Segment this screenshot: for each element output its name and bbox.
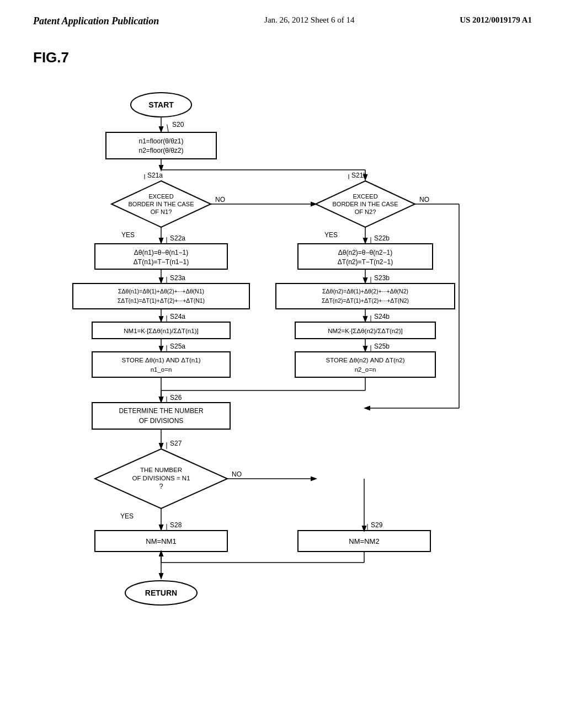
start-label: START — [148, 100, 174, 109]
s23a-box — [73, 283, 249, 309]
publication-date-sheet: Jan. 26, 2012 Sheet 6 of 14 — [264, 15, 354, 25]
s23b-text1: ΣΔθ(n2)=Δθ(1)+Δθ(2)+···+Δθ(N2) — [322, 288, 408, 295]
s27-text2: OF DIVISIONS = N1 — [132, 475, 190, 481]
publication-title: Patent Application Publication — [33, 15, 159, 27]
s25a-box — [92, 352, 230, 377]
s22a-text2: ΔT(n1)=T−T(n1−1) — [134, 258, 189, 266]
s25b-box — [295, 352, 435, 377]
s21a-text3: OF N1? — [151, 208, 172, 215]
s21a-yes: YES — [121, 231, 135, 239]
s21b-text3: OF N2? — [355, 208, 376, 215]
s21a-text2: BORDER IN THE CASE — [129, 201, 194, 207]
s24b-label: S24b — [374, 313, 390, 320]
s29-text: NM=NM2 — [349, 537, 379, 545]
s22b-text1: Δθ(n2)=θ−θ(n2−1) — [338, 249, 392, 256]
s26-text2: OF DIVISIONS — [139, 417, 184, 425]
s25b-label: S25b — [374, 342, 390, 350]
s27-yes: YES — [120, 512, 134, 520]
s23a-text1: ΣΔθ(n1)=Δθ(1)+Δθ(2)+···+Δθ(N1) — [118, 288, 204, 295]
page-header: Patent Application Publication Jan. 26, … — [0, 0, 565, 27]
s26-text1: DETERMINE THE NUMBER — [119, 407, 203, 415]
s27-text3: ? — [159, 482, 163, 490]
s20-box — [106, 132, 216, 159]
s28-text: NM=NM1 — [146, 537, 176, 545]
s24b-text: NM2=K·[ΣΔθ(n2)/ΣΔT(n2)] — [328, 328, 402, 334]
s22b-label: S22b — [374, 234, 390, 242]
return-text: RETURN — [145, 588, 177, 597]
flowchart-svg: START S20 n1=floor(θ/θz1) n2=floor(θ/θz2… — [40, 83, 525, 678]
s22a-label: S22a — [170, 234, 185, 242]
s21a-label: S21a — [147, 172, 163, 179]
s23b-box — [276, 283, 455, 309]
s21b-yes: YES — [324, 231, 338, 239]
publication-number: US 2012/0019179 A1 — [460, 15, 532, 25]
s21b-text2: BORDER IN THE CASE — [333, 201, 398, 207]
s27-label: S27 — [170, 440, 182, 447]
s21a-text1: EXCEED — [148, 193, 173, 200]
s27-text1: THE NUMBER — [140, 467, 182, 473]
s23b-text2: ΣΔT(n2)=ΔT(1)+ΔT(2)+···+ΔT(N2) — [322, 297, 409, 304]
s24a-label: S24a — [170, 313, 185, 320]
s21b-text1: EXCEED — [353, 193, 377, 200]
figure-label: FIG.7 — [33, 49, 532, 66]
s21b-label: S21b — [351, 172, 367, 179]
s25b-text2: n2_o=n — [355, 366, 376, 373]
main-content: FIG.7 START S20 n1=floor(θ/θz1) n2=floor… — [0, 27, 565, 700]
s23a-label: S23a — [170, 274, 185, 282]
s20-text2: n2=floor(θ/θz2) — [138, 147, 183, 154]
s25a-text1: STORE Δθ(n1) AND ΔT(n1) — [122, 357, 201, 363]
s20-text1: n1=floor(θ/θz1) — [138, 137, 183, 145]
s27-no: NO — [232, 470, 242, 478]
s23a-text2: ΣΔT(n1)=ΔT(1)+ΔT(2)+···+ΔT(N1) — [118, 297, 205, 304]
s23b-label: S23b — [374, 274, 390, 282]
s26-label: S26 — [170, 394, 182, 402]
s22a-text1: Δθ(n1)=θ−θ(n1−1) — [134, 249, 188, 256]
s25a-text2: n1_o=n — [151, 366, 172, 373]
s22b-text2: ΔT(n2)=T−T(n2−1) — [338, 258, 393, 266]
s21b-no: NO — [419, 196, 429, 204]
s25b-text1: STORE Δθ(n2) AND ΔT(n2) — [326, 357, 405, 363]
s28-label: S28 — [170, 521, 182, 529]
s24a-text: NM1=K·[ΣΔθ(n1)/ΣΔT(n1)] — [124, 328, 198, 334]
s29-label: S29 — [371, 521, 383, 529]
s20-label: S20 — [172, 121, 184, 129]
s25a-label: S25a — [170, 342, 185, 350]
s21a-no: NO — [215, 196, 225, 204]
